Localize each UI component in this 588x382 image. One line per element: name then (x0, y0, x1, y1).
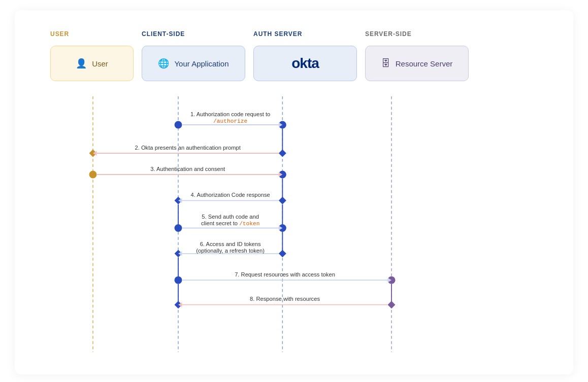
node-msg1-client (175, 121, 182, 129)
col-label-auth: AUTH SERVER (253, 30, 365, 38)
diamond-msg2-auth (279, 150, 286, 157)
msg1-code: /authorize (213, 118, 247, 124)
msg6-label-line1: 6. Access and ID tokens (200, 241, 261, 247)
msg5-label-line1: 5. Send auth code and (202, 214, 259, 220)
msg1-label-line1: 1. Authorization code request to (190, 111, 270, 117)
msg2-label: 2. Okta presents an authentication promp… (135, 145, 241, 151)
node-msg7-client (175, 276, 182, 284)
actor-user-label: User (92, 59, 108, 68)
node-msg3-user (89, 171, 97, 179)
msg3-label: 3. Authentication and consent (150, 166, 225, 172)
diamond-msg6-auth (279, 250, 286, 257)
actors-row: 👤 User 🌐 Your Application okta 🗄 Resourc… (40, 46, 548, 81)
actor-server: 🗄 Resource Server (365, 46, 469, 81)
actor-auth: okta (253, 46, 357, 81)
server-icon: 🗄 (381, 58, 390, 69)
actor-user: 👤 User (50, 46, 134, 81)
diagram-container: USER CLIENT-SIDE AUTH SERVER SERVER-SIDE… (15, 10, 573, 374)
sequence-svg: 1. Authorization code request to /author… (50, 96, 548, 352)
msg4-label: 4. Authorization Code response (191, 192, 270, 198)
msg8-label: 8. Response with resources (250, 296, 320, 302)
col-label-user: USER (50, 30, 142, 38)
col-label-client: CLIENT-SIDE (142, 30, 253, 38)
node-msg5-client (175, 224, 182, 232)
actor-client-label: Your Application (174, 59, 228, 68)
actor-server-label: Resource Server (396, 59, 453, 68)
col-label-server: SERVER-SIDE (365, 30, 477, 38)
user-icon: 👤 (76, 58, 87, 69)
sequence-area: 1. Authorization code request to /author… (40, 96, 548, 354)
columns-header: USER CLIENT-SIDE AUTH SERVER SERVER-SIDE (40, 30, 548, 38)
msg5-label-line2: client secret to /token (201, 220, 260, 227)
globe-icon: 🌐 (158, 58, 169, 69)
diamond-msg4-auth (279, 197, 286, 204)
okta-logo: okta (291, 55, 319, 72)
actor-client: 🌐 Your Application (142, 46, 245, 81)
diamond-msg8-server (388, 301, 396, 308)
msg7-label: 7. Request resources with access token (235, 271, 335, 277)
msg6-label-line2: (optionally, a refresh token) (196, 248, 265, 254)
